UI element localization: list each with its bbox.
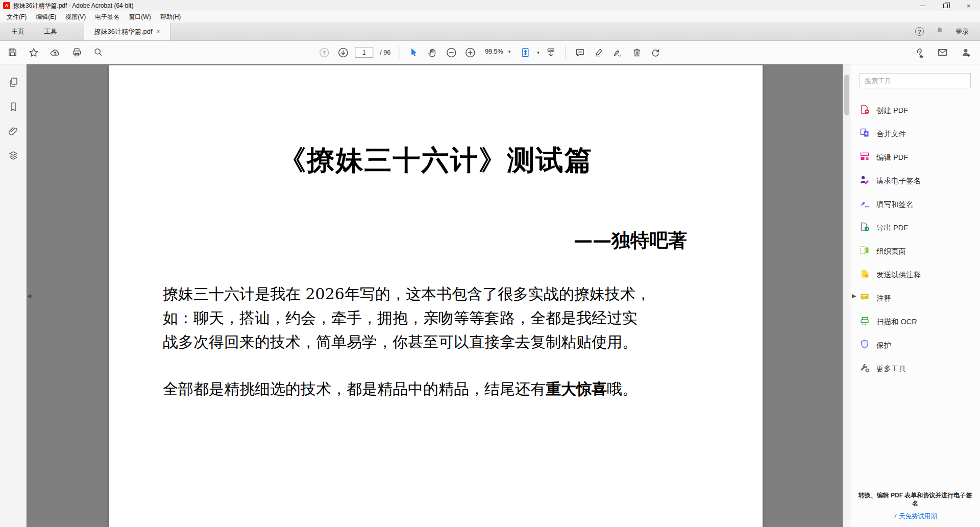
minimize-icon (920, 6, 925, 6)
tools-panel: ▶ 创建 PDF 合并文件 编辑 PDF 请求电子签名 (850, 64, 980, 527)
window-title: 撩妹36计精华篇.pdf - Adobe Acrobat (64-bit) (13, 2, 133, 10)
menu-view[interactable]: 视图(V) (61, 11, 90, 22)
save-icon[interactable] (5, 45, 19, 60)
add-comment-icon[interactable] (573, 45, 587, 60)
tab-tools[interactable]: 工具 (36, 22, 65, 40)
close-icon: × (967, 2, 971, 10)
zoom-level-dropdown[interactable]: 99.5% ▾ (482, 46, 513, 58)
tool-label: 填写和签名 (876, 200, 914, 209)
email-icon[interactable] (935, 45, 949, 60)
select-tool-icon[interactable] (406, 45, 421, 60)
pdf-page: 《撩妹三十六计》测试篇 ——独特吧著 撩妹三十六计是我在 2026年写的，这本书… (109, 65, 763, 527)
tool-comment[interactable]: 注释 (860, 286, 971, 310)
tool-label: 创建 PDF (876, 106, 908, 115)
free-trial-link[interactable]: 7 天免费试用期 (855, 512, 975, 521)
tool-label: 更多工具 (876, 364, 906, 374)
next-page-icon[interactable] (336, 45, 350, 60)
upload-cloud-icon[interactable] (48, 45, 62, 60)
paragraph-text: 哦。 (607, 380, 638, 398)
left-navigation-rail (0, 64, 27, 527)
chevron-down-icon[interactable]: ▾ (537, 50, 540, 55)
star-favorite-icon[interactable] (27, 45, 41, 60)
page-number-input[interactable] (355, 47, 373, 58)
toolbar-right-group (912, 41, 973, 64)
paragraph-line: 撩妹三十六计是我在 2026年写的，这本书包含了很多实战的撩妹技术， (163, 282, 717, 306)
help-icon[interactable]: ? (915, 27, 924, 36)
toolbar-divider (566, 46, 566, 59)
redo-icon[interactable] (649, 45, 663, 60)
zoom-level-value: 99.5% (485, 48, 503, 55)
previous-page-icon[interactable] (317, 45, 331, 60)
tab-document[interactable]: 撩妹36计精华篇.pdf × (84, 22, 170, 40)
tool-protect[interactable]: 保护 (860, 333, 971, 357)
tab-bar: 主页 工具 撩妹36计精华篇.pdf × ? 登录 (0, 22, 980, 41)
tab-home[interactable]: 主页 (3, 22, 33, 40)
tool-label: 组织页面 (876, 247, 906, 256)
menu-help[interactable]: 帮助(H) (156, 11, 186, 22)
share-link-icon[interactable] (912, 45, 926, 60)
tab-close-icon[interactable]: × (157, 28, 160, 35)
tool-label: 编辑 PDF (876, 153, 908, 162)
minimize-button[interactable] (911, 0, 934, 11)
tool-request-esign[interactable]: 请求电子签名 (860, 169, 971, 193)
trial-promo-text: 转换、编辑 PDF 表单和协议并进行电子签名 (855, 491, 975, 508)
document-paragraph-1: 撩妹三十六计是我在 2026年写的，这本书包含了很多实战的撩妹技术， 如：聊天，… (163, 282, 717, 354)
paragraph-line: 战多次得回来的技术，简单易学，你甚至可以直接拿去复制粘贴使用。 (163, 330, 717, 354)
zoom-out-icon[interactable] (444, 45, 458, 60)
restore-button[interactable] (934, 0, 957, 11)
document-viewport[interactable]: ◀ 《撩妹三十六计》测试篇 ——独特吧著 撩妹三十六计是我在 2026年写的，这… (27, 64, 850, 527)
search-tools-input[interactable] (860, 73, 971, 88)
tool-create-pdf[interactable]: 创建 PDF (860, 99, 971, 122)
menu-file[interactable]: 文件(F) (2, 11, 31, 22)
tool-combine-files[interactable]: 合并文件 (860, 122, 971, 146)
highlight-icon[interactable] (592, 45, 606, 60)
tool-label: 导出 PDF (876, 223, 908, 233)
notifications-bell-icon[interactable] (935, 26, 944, 37)
zoom-in-icon[interactable] (463, 45, 477, 60)
layers-icon[interactable] (6, 149, 21, 162)
tool-send-for-comments[interactable]: 发送以供注释 (860, 263, 971, 286)
fit-page-icon[interactable] (518, 45, 532, 60)
tool-export-pdf[interactable]: 导出 PDF (860, 216, 971, 239)
collapse-right-pane-icon[interactable]: ▶ (852, 293, 856, 299)
document-author: ——独特吧著 (574, 228, 687, 253)
more-tools-icon (860, 363, 870, 375)
toolbar-center-group: / 96 99.5% ▾ ▾ (317, 41, 663, 64)
send-comments-icon (860, 269, 870, 281)
bookmarks-icon[interactable] (6, 100, 21, 113)
close-button[interactable]: × (957, 0, 980, 11)
menu-esign[interactable]: 电子签名 (90, 11, 124, 22)
tool-label: 发送以供注释 (876, 270, 921, 280)
title-bar: A 撩妹36计精华篇.pdf - Adobe Acrobat (64-bit) … (0, 0, 980, 11)
protect-icon (860, 339, 870, 351)
sign-in-button[interactable]: 登录 (955, 27, 969, 36)
tool-scan-ocr[interactable]: 扫描和 OCR (860, 310, 971, 333)
collapse-left-pane-icon[interactable]: ◀ (27, 293, 31, 299)
page-display-icon[interactable] (544, 45, 558, 60)
combine-files-icon (860, 128, 870, 140)
vertical-scrollbar[interactable] (843, 64, 850, 527)
print-icon[interactable] (69, 45, 84, 60)
fill-sign-icon (860, 198, 870, 210)
tool-label: 合并文件 (876, 129, 906, 139)
tool-organize-pages[interactable]: 组织页面 (860, 239, 971, 263)
hand-tool-icon[interactable] (425, 45, 439, 60)
page-thumbnails-icon[interactable] (6, 76, 21, 89)
sign-pen-icon[interactable] (611, 45, 625, 60)
tool-label: 请求电子签名 (876, 176, 921, 186)
attachments-icon[interactable] (6, 125, 21, 138)
share-people-icon[interactable] (959, 45, 973, 60)
menu-edit[interactable]: 编辑(E) (31, 11, 61, 22)
acrobat-window: A 撩妹36计精华篇.pdf - Adobe Acrobat (64-bit) … (0, 0, 980, 527)
paragraph-text: 全部都是精挑细选的技术，都是精品中的精品，结尾还有 (163, 380, 546, 398)
menu-window[interactable]: 窗口(W) (124, 11, 155, 22)
delete-trash-icon[interactable] (630, 45, 644, 60)
toolbar: / 96 99.5% ▾ ▾ (0, 41, 980, 64)
tool-more-tools[interactable]: 更多工具 (860, 357, 971, 380)
find-icon[interactable] (91, 45, 105, 60)
tool-edit-pdf[interactable]: 编辑 PDF (860, 146, 971, 169)
tool-fill-sign[interactable]: 填写和签名 (860, 193, 971, 216)
scrollbar-thumb[interactable] (844, 75, 849, 115)
export-pdf-icon (860, 222, 870, 234)
chevron-down-icon: ▾ (508, 49, 511, 54)
